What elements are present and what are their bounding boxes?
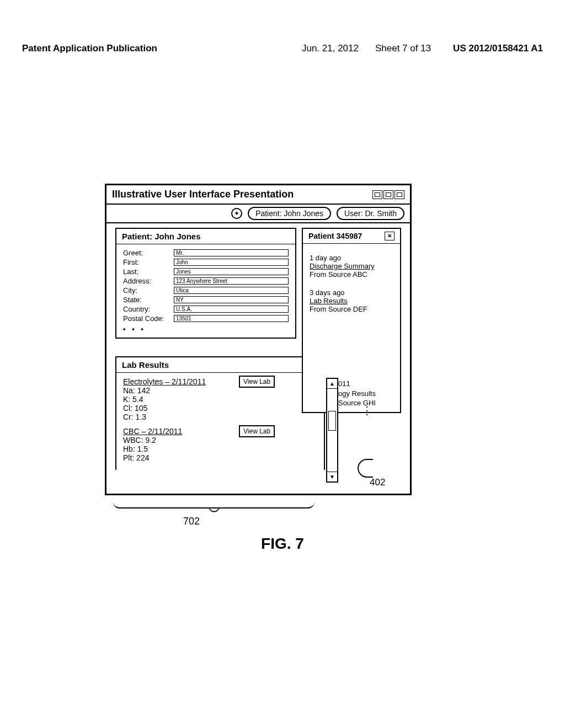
labs-panel-heading: Lab Results xyxy=(122,360,169,370)
window-title: Illustrative User Interface Presentation xyxy=(112,189,294,200)
field-postal[interactable]: 13501 xyxy=(174,315,289,322)
lab-results-panel: Lab Results Electrolytes – 2/11/2011 Vie… xyxy=(115,356,325,470)
window-controls xyxy=(372,190,404,199)
lab-line: Cr: 1.3 xyxy=(123,413,317,421)
publication-line: Patent Application Publication xyxy=(22,43,157,54)
lab-entry: CBC – 2/11/2011 View Lab WBC: 9.2 Hb: 1.… xyxy=(123,427,317,462)
label-greet: Greet: xyxy=(123,249,174,257)
lab-line: WBC: 9.2 xyxy=(123,436,317,445)
event-link[interactable]: Lab Results xyxy=(310,297,393,305)
lab-line: Plt: 224 xyxy=(123,453,317,462)
minimize-button[interactable] xyxy=(372,190,382,199)
form-row-greet: Greet: Mr. xyxy=(123,249,289,257)
settings-icon[interactable] xyxy=(231,208,242,219)
callout-paren-402 xyxy=(358,459,373,478)
label-state: State: xyxy=(123,296,174,304)
scroll-up-button[interactable]: ▲ xyxy=(327,379,337,389)
labs-panel-header: Lab Results xyxy=(116,357,324,373)
event-item: 1 day ago Discharge Summary From Source … xyxy=(310,254,393,279)
page-header: Patent Application Publication Jun. 21, … xyxy=(0,43,565,54)
field-first[interactable]: John xyxy=(174,259,289,266)
field-greet[interactable]: Mr. xyxy=(174,249,289,256)
events-panel-heading: Patient 345987 xyxy=(308,232,362,240)
labs-panel-body: Electrolytes – 2/11/2011 View Lab Na: 14… xyxy=(116,373,324,470)
app-window: Illustrative User Interface Presentation… xyxy=(105,184,412,495)
field-country[interactable]: U.S.A. xyxy=(174,306,289,313)
patient-panel-header: Patient: John Jones xyxy=(116,229,295,244)
field-address[interactable]: 123 Anywhere Street xyxy=(174,277,289,285)
events-panel-body: 1 day ago Discharge Summary From Source … xyxy=(303,244,400,333)
label-country: Country: xyxy=(123,305,174,313)
event-time: 1 day ago xyxy=(310,254,393,262)
form-row-state: State: NY xyxy=(123,296,289,304)
event-source: From Source DEF xyxy=(310,305,393,313)
close-button[interactable] xyxy=(395,190,404,199)
label-postal: Postal Code: xyxy=(123,314,174,323)
event-item: 3 days ago Lab Results From Source DEF xyxy=(310,288,393,313)
label-last: Last: xyxy=(123,267,174,276)
form-row-address: Address: 123 Anywhere Street xyxy=(123,277,289,285)
lab-line: K: 5.4 xyxy=(123,395,317,404)
form-row-country: Country: U.S.A. xyxy=(123,305,289,313)
titlebar: Illustrative User Interface Presentation xyxy=(106,185,410,205)
lab-line: Na: 142 xyxy=(123,386,317,395)
scroll-thumb[interactable] xyxy=(328,411,336,431)
partial-event-peek: 011 ogy Results Source GHI ⋮ xyxy=(338,379,376,413)
view-lab-button[interactable]: View Lab xyxy=(239,376,275,388)
label-address: Address: xyxy=(123,277,174,285)
lab-entry: Electrolytes – 2/11/2011 View Lab Na: 14… xyxy=(123,377,317,421)
form-row-postal: Postal Code: 13501 xyxy=(123,314,289,323)
patient-panel-body: Greet: Mr. First: John Last: Jones Addre… xyxy=(116,244,295,338)
callout-702: 702 xyxy=(183,516,200,527)
label-first: First: xyxy=(123,258,174,266)
patient-pill[interactable]: Patient: John Jones xyxy=(248,207,331,220)
scrollbar[interactable]: ▲ ▼ xyxy=(326,378,338,483)
publication-number: US 2012/0158421 A1 xyxy=(453,43,543,54)
patient-panel-heading: Patient: John Jones xyxy=(122,232,201,241)
maximize-button[interactable] xyxy=(383,190,393,199)
more-dots-icon: ⋮ xyxy=(338,408,376,413)
field-last[interactable]: Jones xyxy=(174,268,289,275)
close-icon xyxy=(387,233,392,239)
patient-info-panel: Patient: John Jones Greet: Mr. First: Jo… xyxy=(115,228,296,339)
peek-line: 011 xyxy=(338,379,376,389)
form-row-last: Last: Jones xyxy=(123,267,289,276)
content-area: Patient: John Jones Greet: Mr. First: Jo… xyxy=(106,223,410,494)
events-close-button[interactable] xyxy=(385,232,395,240)
form-row-first: First: John xyxy=(123,258,289,266)
lab-line: Hb: 1.5 xyxy=(123,445,317,453)
callout-brace-702 xyxy=(113,497,315,508)
event-link[interactable]: Discharge Summary xyxy=(310,262,393,270)
event-time: 3 days ago xyxy=(310,288,393,297)
user-pill[interactable]: User: Dr. Smith xyxy=(337,207,404,220)
toolbar: Patient: John Jones User: Dr. Smith xyxy=(106,205,410,223)
field-state[interactable]: NY xyxy=(174,296,289,303)
sheet-number: Sheet 7 of 13 xyxy=(375,43,431,54)
field-city[interactable]: Utica xyxy=(174,287,289,294)
scroll-track[interactable] xyxy=(327,389,337,472)
events-panel-header: Patient 345987 xyxy=(303,229,400,244)
view-lab-button[interactable]: View Lab xyxy=(239,425,275,437)
lab-entry-title[interactable]: Electrolytes – 2/11/2011 xyxy=(123,377,317,386)
event-source: From Source ABC xyxy=(310,270,393,279)
callout-402: 402 xyxy=(370,477,385,488)
lab-line: Cl: 105 xyxy=(123,404,317,413)
more-fields-ellipsis: • • • xyxy=(123,325,289,333)
label-city: City: xyxy=(123,286,174,295)
publication-date: Jun. 21, 2012 xyxy=(302,43,359,54)
peek-line: ogy Results xyxy=(338,389,376,399)
scroll-down-button[interactable]: ▼ xyxy=(327,472,337,481)
figure-label: FIG. 7 xyxy=(0,535,565,553)
lab-entry-title[interactable]: CBC – 2/11/2011 xyxy=(123,427,317,436)
form-row-city: City: Utica xyxy=(123,286,289,295)
